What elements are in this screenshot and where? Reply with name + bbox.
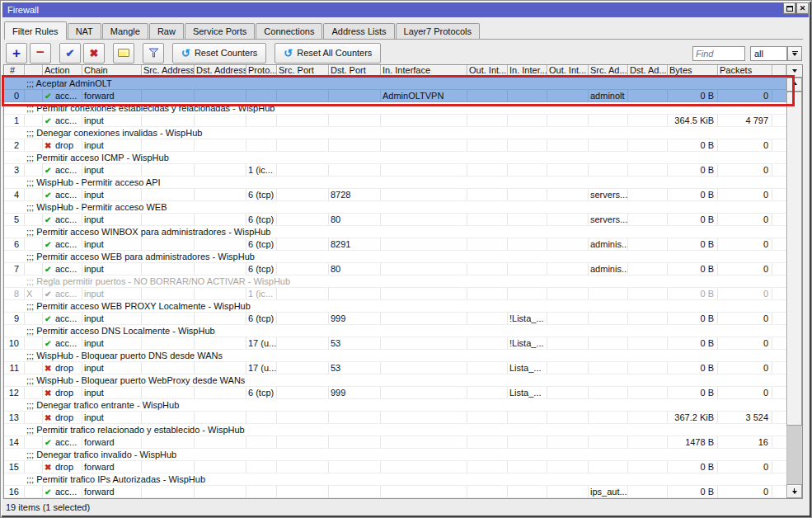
maximize-button[interactable] [783, 2, 796, 14]
column-header[interactable]: Src. Port [277, 65, 329, 78]
comment-row[interactable]: ;;; Permitir conexiones establecidas y r… [4, 102, 786, 115]
scrollbar-thumb[interactable] [786, 92, 802, 426]
comment-row[interactable]: ;;; Aceptar AdminOLT [4, 78, 786, 90]
rule-row[interactable]: 7✔acc...input6 (tcp)80adminis...0 B0 [4, 263, 786, 275]
rule-row[interactable]: 14✔acc...forward1478 B16 [4, 436, 786, 449]
column-header[interactable]: In. Interface [381, 65, 467, 78]
column-header[interactable]: # [4, 65, 25, 78]
scroll-up-button[interactable] [786, 78, 802, 92]
action-label: acc... [55, 214, 77, 224]
rule-row[interactable]: 8X✔acc...input1 (ic...0 B0 [4, 288, 786, 300]
rule-row[interactable]: 0✔acc...forwardAdminOLTVPNadminolt0 B0 [4, 90, 786, 102]
add-rule-button[interactable]: + [6, 43, 27, 64]
comment-text: ;;; Denegar trafico invalido - WispHub [26, 450, 176, 459]
disable-rule-button[interactable]: ✖ [83, 43, 105, 64]
comment-row[interactable]: ;;; WispHub - Bloquear puerto WebProxy d… [4, 374, 786, 387]
column-header[interactable]: Dst. Ad... [628, 65, 668, 78]
column-header[interactable] [772, 65, 786, 78]
close-button[interactable]: ✕ [796, 2, 809, 14]
column-header[interactable]: In. Inter... [508, 65, 547, 78]
comment-row[interactable]: ;;; WispHub - Permitir acceso API [4, 177, 786, 189]
tab-mangle[interactable]: Mangle [102, 23, 148, 39]
arrow-down-icon [792, 491, 797, 494]
rule-row[interactable]: 5✔acc...input6 (tcp)80servers...0 B0 [4, 214, 786, 226]
comment-row[interactable]: ;;; Permitir trafico IPs Autorizadas - W… [4, 473, 786, 486]
reset-all-counters-button[interactable]: ↺ Reset All Counters [275, 43, 381, 64]
tab-nat[interactable]: NAT [68, 23, 101, 39]
tab-layer7-protocols[interactable]: Layer7 Protocols [396, 23, 481, 39]
comment-row[interactable]: ;;; Denegar trafico entrante - WispHub [4, 399, 786, 412]
rule-row[interactable]: 4✔acc...input6 (tcp)8728servers...0 B0 [4, 189, 786, 201]
filter-button[interactable] [143, 43, 164, 64]
rule-row[interactable]: 13✖dropinput367.2 KiB3 524 [4, 412, 786, 424]
reset-icon: ↺ [284, 47, 293, 59]
rule-row[interactable]: 9✔acc...input6 (tcp)999!Lista_...0 B0 [4, 313, 786, 325]
column-selector-button[interactable] [786, 65, 802, 78]
cross-icon: ✖ [90, 47, 99, 59]
remove-rule-button[interactable]: − [30, 43, 51, 64]
column-header[interactable]: Dst. Port [329, 65, 381, 78]
reset-counters-label: Reset Counters [195, 48, 257, 58]
action-label: acc... [55, 338, 77, 348]
column-header[interactable]: Out. Int... [547, 65, 589, 78]
scope-value: all [754, 49, 763, 59]
accept-action-icon: ✔ [45, 190, 55, 200]
rule-row[interactable]: 12✖dropinput6 (tcp)999Lista_...0 B0 [4, 387, 786, 399]
tab-service-ports[interactable]: Service Ports [185, 23, 255, 39]
action-label: acc... [55, 487, 77, 497]
vertical-scrollbar[interactable] [786, 78, 802, 498]
column-header[interactable] [25, 65, 43, 78]
scroll-down-button[interactable] [786, 484, 802, 498]
column-header[interactable]: Src. Address [142, 65, 195, 78]
tab-connections[interactable]: Connections [256, 23, 322, 39]
comment-row[interactable]: ;;; Permitir trafico relacionado y estab… [4, 424, 786, 436]
comment-row[interactable]: ;;; Permitir acceso ICMP - WispHub [4, 152, 786, 164]
comment-row[interactable]: ;;; Denegar conexiones invalidas - WispH… [4, 127, 786, 139]
scope-dropdown[interactable]: all [750, 46, 787, 61]
accept-action-icon: ✔ [45, 115, 55, 126]
maximize-icon [786, 6, 793, 12]
comment-row[interactable]: ;;; Denegar trafico invalido - WispHub [4, 449, 786, 461]
comment-row[interactable]: ;;; Permitir acceso WEB PROXY Localmente… [4, 300, 786, 313]
column-header[interactable]: Bytes [668, 65, 718, 78]
comment-row[interactable]: ;;; Permitir acceso DNS Localmente - Wis… [4, 325, 786, 337]
comment-row[interactable]: ;;; Permitir acceso WINBOX para administ… [4, 226, 786, 238]
title-bar[interactable]: Firewall [2, 2, 809, 17]
tab-address-lists[interactable]: Address Lists [323, 23, 394, 39]
accept-action-icon: ✔ [45, 264, 55, 275]
rule-row[interactable]: 1✔acc...input364.5 KiB4 797 [4, 115, 786, 127]
comment-note-icon [118, 49, 129, 57]
column-header[interactable]: Src. Ad... [589, 65, 628, 78]
comment-row[interactable]: ;;; WispHub - Permitir acceso WEB [4, 201, 786, 214]
drop-action-icon: ✖ [45, 363, 55, 374]
tab-filter-rules[interactable]: Filter Rules [4, 21, 67, 40]
comment-text: ;;; WispHub - Bloquear puerto DNS desde … [26, 351, 223, 360]
reset-counters-button[interactable]: ↺ Reset Counters [172, 43, 266, 64]
rule-row[interactable]: 15✖dropforward0 B0 [4, 461, 786, 473]
scope-dropdown-button[interactable] [787, 46, 802, 61]
column-header[interactable]: Dst. Address [195, 65, 246, 78]
column-header[interactable]: Chain [82, 65, 142, 78]
rule-row[interactable]: 16✔acc...forwardips_aut...0 B0 [4, 486, 786, 498]
enable-rule-button[interactable]: ✔ [59, 43, 81, 64]
close-icon: ✕ [800, 4, 806, 12]
rule-row[interactable]: 6✔acc...input6 (tcp)8291adminis...0 B0 [4, 238, 786, 251]
comment-row[interactable]: ;;; WispHub - Bloquear puerto DNS desde … [4, 350, 786, 362]
column-header[interactable]: Action [43, 65, 82, 78]
find-input[interactable] [692, 46, 745, 61]
rule-row[interactable]: 10✔acc...input17 (u...53!Lista_...0 B0 [4, 337, 786, 350]
comment-row[interactable]: ;;; Permitir acceso WEB para administrad… [4, 251, 786, 263]
rule-row[interactable]: 2✖dropinput0 B0 [4, 139, 786, 152]
comment-text: ;;; Denegar conexiones invalidas - WispH… [26, 128, 202, 138]
table-body: ;;; Aceptar AdminOLT0✔acc...forwardAdmin… [4, 78, 786, 498]
column-header[interactable]: Packets [718, 65, 772, 78]
rule-row[interactable]: 3✔acc...input1 (ic...0 B0 [4, 164, 786, 177]
rule-row[interactable]: 11✖dropinput17 (u...53Lista_...0 B0 [4, 362, 786, 374]
comment-button[interactable] [113, 43, 134, 64]
column-header[interactable]: Out. Int... [467, 65, 508, 78]
comment-row[interactable]: ;;; Regla permitir puertos - NO BORRAR/N… [4, 275, 786, 288]
drop-action-icon: ✖ [45, 462, 55, 473]
column-header[interactable]: Proto... [246, 65, 277, 78]
tab-raw[interactable]: Raw [149, 23, 184, 39]
action-label: acc... [55, 239, 77, 249]
